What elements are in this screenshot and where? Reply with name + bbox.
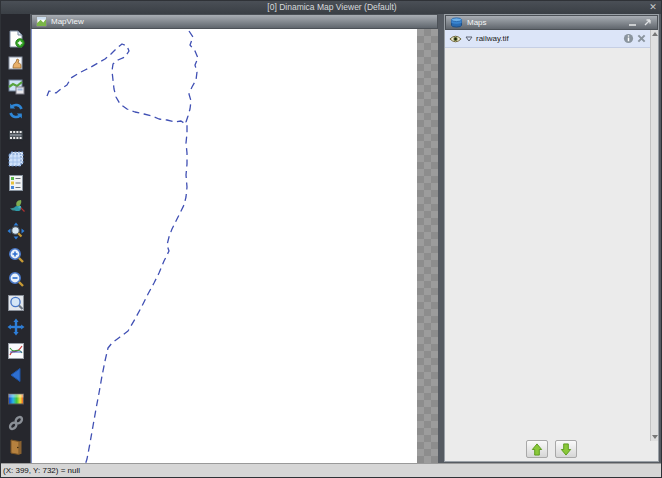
mapview-icon — [36, 16, 47, 27]
back-button[interactable] — [4, 364, 27, 385]
window-title: [0] Dinamica Map Viewer (Default) — [267, 2, 396, 12]
layer-remove-icon[interactable] — [637, 34, 646, 43]
arrow-down-icon — [560, 443, 572, 456]
zoom-window-icon — [7, 294, 25, 312]
maps-panel-header[interactable]: Maps — [445, 15, 658, 30]
chart-button[interactable] — [4, 340, 27, 361]
maps-panel: Maps railway.tif — [444, 14, 659, 462]
edit-map-icon — [7, 78, 25, 96]
layers-icon — [450, 17, 463, 28]
legend-button[interactable] — [4, 172, 27, 193]
zoom-window-button[interactable] — [4, 292, 27, 313]
float-icon — [643, 18, 652, 27]
railway-line-layer — [32, 29, 417, 464]
expander-chevron-down-icon[interactable] — [465, 36, 473, 42]
map-canvas-transparent-area[interactable] — [31, 29, 438, 463]
maps-layer-list: railway.tif — [445, 30, 658, 461]
arrow-up-icon — [531, 443, 543, 456]
tile-selection-icon — [7, 150, 25, 168]
layer-row[interactable]: railway.tif — [445, 30, 658, 48]
scrollbar-up-icon[interactable] — [652, 32, 658, 36]
filmstrip-icon — [7, 126, 25, 144]
dock-minimize-button[interactable] — [627, 17, 638, 28]
zoom-region-button[interactable] — [4, 220, 27, 241]
filmstrip-button[interactable] — [4, 124, 27, 145]
link-button[interactable] — [4, 412, 27, 433]
layer-reorder-bar — [445, 440, 658, 458]
refresh-button[interactable] — [4, 100, 27, 121]
layer-info-icon[interactable] — [623, 33, 634, 44]
exit-door-button[interactable] — [4, 436, 27, 457]
coordinate-readout: (X: 399, Y: 732) = null — [3, 466, 80, 475]
back-icon — [7, 366, 25, 384]
move-layer-down-button[interactable] — [555, 440, 577, 458]
move-layer-up-button[interactable] — [526, 440, 548, 458]
visibility-eye-icon[interactable] — [449, 34, 462, 44]
close-icon[interactable]: ✕ — [647, 1, 659, 14]
palette-icon — [7, 390, 25, 408]
exit-door-icon — [7, 438, 25, 456]
zoom-in-icon — [7, 246, 25, 264]
mapview-header[interactable]: MapView — [31, 14, 438, 29]
zoom-region-icon — [7, 222, 25, 240]
zoom-out-icon — [7, 270, 25, 288]
hummingbird-button[interactable] — [4, 196, 27, 217]
zoom-out-button[interactable] — [4, 268, 27, 289]
hand-select-button[interactable] — [4, 52, 27, 73]
palette-button[interactable] — [4, 388, 27, 409]
pan-button[interactable] — [4, 316, 27, 337]
new-document-icon — [7, 30, 25, 48]
mapview-title: MapView — [51, 17, 84, 26]
minimize-icon — [628, 18, 637, 27]
maps-scrollbar[interactable] — [650, 30, 658, 441]
hummingbird-icon — [7, 198, 25, 216]
dock-float-button[interactable] — [642, 17, 653, 28]
pan-icon — [7, 318, 25, 336]
refresh-icon — [7, 102, 25, 120]
chart-icon — [7, 342, 25, 360]
mapview-panel: MapView — [31, 14, 438, 463]
app-window: [0] Dinamica Map Viewer (Default) ✕ — [0, 0, 662, 478]
scrollbar-down-icon[interactable] — [652, 435, 658, 439]
zoom-in-button[interactable] — [4, 244, 27, 265]
link-icon — [7, 414, 25, 432]
toolbar — [1, 14, 30, 463]
legend-icon — [7, 174, 25, 192]
railway-line-main — [47, 44, 187, 464]
railway-line-branch — [186, 31, 198, 125]
new-document-button[interactable] — [4, 28, 27, 49]
edit-map-button[interactable] — [4, 76, 27, 97]
tile-selection-button[interactable] — [4, 148, 27, 169]
maps-panel-title: Maps — [467, 18, 487, 27]
titlebar: [0] Dinamica Map Viewer (Default) ✕ — [1, 1, 662, 14]
statusbar: (X: 399, Y: 732) = null — [1, 463, 662, 477]
hand-select-icon — [7, 54, 25, 72]
layer-name: railway.tif — [476, 34, 509, 43]
